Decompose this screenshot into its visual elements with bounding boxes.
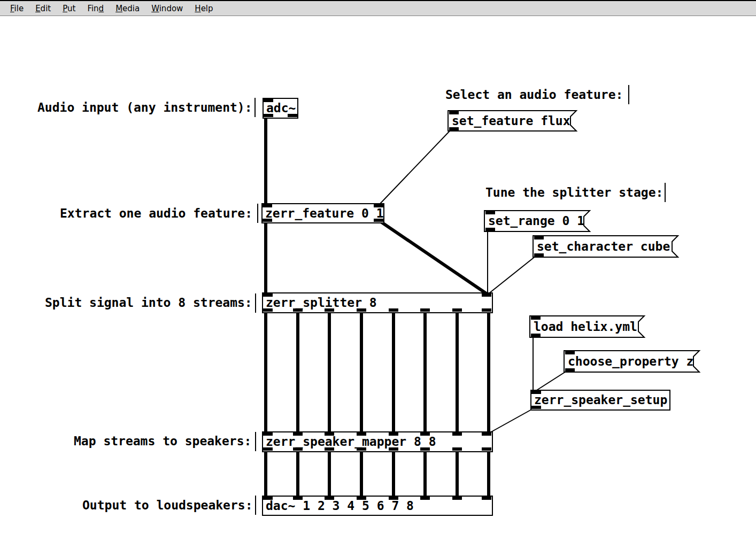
outlet-nub[interactable] — [420, 308, 430, 312]
object-label-adc[interactable]: adc~ — [266, 101, 296, 115]
control-cord[interactable] — [534, 371, 567, 392]
comment-anchor — [665, 183, 666, 202]
object-label-zerr-splitter[interactable]: zerr_splitter 8 — [266, 296, 377, 310]
outlet-nub[interactable] — [482, 308, 491, 312]
stream-cords — [266, 311, 489, 498]
pd-window: File Edit Put Find Media Window Help — [0, 0, 756, 549]
control-cords — [379, 130, 567, 433]
inlet-nub[interactable] — [420, 497, 430, 500]
message-label-load-config[interactable]: load helix.yml — [534, 320, 637, 334]
inlet-nub[interactable] — [482, 497, 491, 500]
comment-anchor — [255, 293, 256, 313]
comment-extract-feature[interactable]: Extract one audio feature: — [60, 206, 252, 221]
message-label-set-range[interactable]: set_range 0 1 — [488, 214, 584, 228]
object-label-zerr-speaker-setup[interactable]: zerr_speaker_setup — [534, 393, 667, 407]
outlet-nub[interactable] — [482, 447, 491, 451]
message-label-set-character[interactable]: set_character cube — [537, 239, 670, 254]
comment-map-streams[interactable]: Map streams to speakers: — [74, 434, 251, 449]
inlet-nub[interactable] — [452, 497, 462, 500]
comment-audio-input[interactable]: Audio input (any instrument): — [37, 100, 252, 115]
object-label-zerr-speaker-mapper[interactable]: zerr_speaker_mapper 8 8 — [266, 435, 436, 449]
message-label-choose-property[interactable]: choose_property z — [568, 354, 693, 369]
signal-cord[interactable] — [380, 221, 487, 294]
comment-anchor — [255, 496, 256, 515]
comment-anchor — [254, 98, 256, 117]
control-cord[interactable] — [488, 256, 536, 294]
comment-anchor — [255, 432, 256, 451]
comment-split-signal[interactable]: Split signal into 8 streams: — [45, 296, 252, 310]
iolets — [263, 99, 575, 409]
comment-anchor — [257, 204, 258, 223]
comment-tune-splitter[interactable]: Tune the splitter stage: — [485, 185, 663, 200]
control-cord[interactable] — [379, 130, 451, 205]
inlet-nub[interactable] — [482, 432, 491, 436]
inlet-nub[interactable] — [452, 432, 462, 436]
outlet-nub[interactable] — [452, 308, 462, 312]
comment-select-feature[interactable]: Select an audio feature: — [445, 88, 623, 102]
comment-anchor — [628, 85, 629, 104]
outlet-nub[interactable] — [452, 447, 462, 451]
control-cord[interactable] — [489, 409, 533, 433]
message-label-set-feature[interactable]: set_feature flux — [452, 114, 570, 128]
object-label-zerr-feature[interactable]: zerr_feature 0 1 — [265, 206, 384, 221]
patch-canvas — [0, 0, 756, 549]
outlet-nub[interactable] — [389, 308, 398, 312]
object-label-dac[interactable]: dac~ 1 2 3 4 5 6 7 8 — [266, 499, 414, 513]
comment-output-loudspeakers[interactable]: Output to loudspeakers: — [82, 498, 253, 513]
inlet-nub[interactable] — [482, 293, 491, 297]
